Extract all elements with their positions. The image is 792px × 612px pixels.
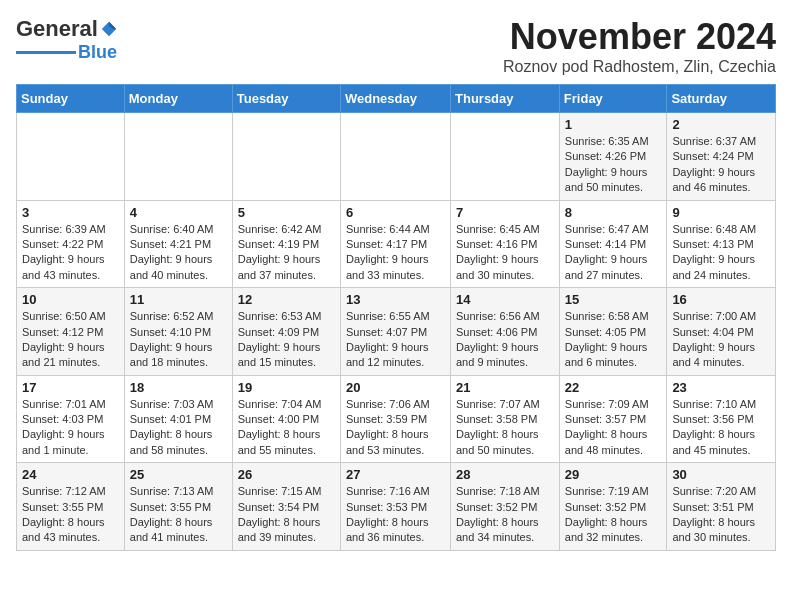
calendar-cell: 2Sunrise: 6:37 AM Sunset: 4:24 PM Daylig…	[667, 113, 776, 201]
day-number: 22	[565, 380, 662, 395]
calendar-week-row: 17Sunrise: 7:01 AM Sunset: 4:03 PM Dayli…	[17, 375, 776, 463]
calendar-cell: 26Sunrise: 7:15 AM Sunset: 3:54 PM Dayli…	[232, 463, 340, 551]
day-of-week-header: Thursday	[451, 85, 560, 113]
day-number: 7	[456, 205, 554, 220]
calendar-cell: 18Sunrise: 7:03 AM Sunset: 4:01 PM Dayli…	[124, 375, 232, 463]
day-number: 11	[130, 292, 227, 307]
calendar-cell: 29Sunrise: 7:19 AM Sunset: 3:52 PM Dayli…	[559, 463, 667, 551]
day-number: 26	[238, 467, 335, 482]
calendar-cell: 23Sunrise: 7:10 AM Sunset: 3:56 PM Dayli…	[667, 375, 776, 463]
calendar-cell: 12Sunrise: 6:53 AM Sunset: 4:09 PM Dayli…	[232, 288, 340, 376]
day-info: Sunrise: 7:16 AM Sunset: 3:53 PM Dayligh…	[346, 484, 445, 546]
day-info: Sunrise: 7:00 AM Sunset: 4:04 PM Dayligh…	[672, 309, 770, 371]
day-number: 5	[238, 205, 335, 220]
calendar-cell: 13Sunrise: 6:55 AM Sunset: 4:07 PM Dayli…	[340, 288, 450, 376]
day-info: Sunrise: 6:39 AM Sunset: 4:22 PM Dayligh…	[22, 222, 119, 284]
day-info: Sunrise: 6:58 AM Sunset: 4:05 PM Dayligh…	[565, 309, 662, 371]
day-number: 23	[672, 380, 770, 395]
day-info: Sunrise: 7:12 AM Sunset: 3:55 PM Dayligh…	[22, 484, 119, 546]
day-info: Sunrise: 6:47 AM Sunset: 4:14 PM Dayligh…	[565, 222, 662, 284]
day-info: Sunrise: 7:04 AM Sunset: 4:00 PM Dayligh…	[238, 397, 335, 459]
day-number: 20	[346, 380, 445, 395]
day-info: Sunrise: 7:18 AM Sunset: 3:52 PM Dayligh…	[456, 484, 554, 546]
calendar-cell: 20Sunrise: 7:06 AM Sunset: 3:59 PM Dayli…	[340, 375, 450, 463]
day-number: 15	[565, 292, 662, 307]
calendar-cell: 11Sunrise: 6:52 AM Sunset: 4:10 PM Dayli…	[124, 288, 232, 376]
calendar-week-row: 3Sunrise: 6:39 AM Sunset: 4:22 PM Daylig…	[17, 200, 776, 288]
calendar-cell: 16Sunrise: 7:00 AM Sunset: 4:04 PM Dayli…	[667, 288, 776, 376]
day-of-week-header: Friday	[559, 85, 667, 113]
day-of-week-header: Saturday	[667, 85, 776, 113]
calendar-cell: 19Sunrise: 7:04 AM Sunset: 4:00 PM Dayli…	[232, 375, 340, 463]
calendar-cell: 28Sunrise: 7:18 AM Sunset: 3:52 PM Dayli…	[451, 463, 560, 551]
day-info: Sunrise: 6:45 AM Sunset: 4:16 PM Dayligh…	[456, 222, 554, 284]
calendar-cell: 15Sunrise: 6:58 AM Sunset: 4:05 PM Dayli…	[559, 288, 667, 376]
day-number: 28	[456, 467, 554, 482]
calendar-cell: 30Sunrise: 7:20 AM Sunset: 3:51 PM Dayli…	[667, 463, 776, 551]
calendar-cell: 24Sunrise: 7:12 AM Sunset: 3:55 PM Dayli…	[17, 463, 125, 551]
calendar-cell	[124, 113, 232, 201]
calendar-cell: 9Sunrise: 6:48 AM Sunset: 4:13 PM Daylig…	[667, 200, 776, 288]
day-info: Sunrise: 7:06 AM Sunset: 3:59 PM Dayligh…	[346, 397, 445, 459]
calendar-cell: 14Sunrise: 6:56 AM Sunset: 4:06 PM Dayli…	[451, 288, 560, 376]
header: General Blue November 2024 Roznov pod Ra…	[16, 16, 776, 76]
calendar-cell: 25Sunrise: 7:13 AM Sunset: 3:55 PM Dayli…	[124, 463, 232, 551]
day-info: Sunrise: 7:19 AM Sunset: 3:52 PM Dayligh…	[565, 484, 662, 546]
day-of-week-header: Tuesday	[232, 85, 340, 113]
calendar-cell: 4Sunrise: 6:40 AM Sunset: 4:21 PM Daylig…	[124, 200, 232, 288]
calendar-cell	[232, 113, 340, 201]
calendar-week-row: 24Sunrise: 7:12 AM Sunset: 3:55 PM Dayli…	[17, 463, 776, 551]
day-number: 2	[672, 117, 770, 132]
calendar-cell: 1Sunrise: 6:35 AM Sunset: 4:26 PM Daylig…	[559, 113, 667, 201]
day-info: Sunrise: 7:03 AM Sunset: 4:01 PM Dayligh…	[130, 397, 227, 459]
calendar-cell: 27Sunrise: 7:16 AM Sunset: 3:53 PM Dayli…	[340, 463, 450, 551]
title-area: November 2024 Roznov pod Radhostem, Zlin…	[503, 16, 776, 76]
calendar-table: SundayMondayTuesdayWednesdayThursdayFrid…	[16, 84, 776, 551]
day-number: 9	[672, 205, 770, 220]
calendar-cell: 6Sunrise: 6:44 AM Sunset: 4:17 PM Daylig…	[340, 200, 450, 288]
day-info: Sunrise: 7:09 AM Sunset: 3:57 PM Dayligh…	[565, 397, 662, 459]
day-number: 8	[565, 205, 662, 220]
day-info: Sunrise: 7:15 AM Sunset: 3:54 PM Dayligh…	[238, 484, 335, 546]
day-number: 27	[346, 467, 445, 482]
day-number: 6	[346, 205, 445, 220]
calendar-cell: 22Sunrise: 7:09 AM Sunset: 3:57 PM Dayli…	[559, 375, 667, 463]
day-number: 1	[565, 117, 662, 132]
day-of-week-header: Sunday	[17, 85, 125, 113]
day-info: Sunrise: 6:37 AM Sunset: 4:24 PM Dayligh…	[672, 134, 770, 196]
day-number: 30	[672, 467, 770, 482]
day-number: 17	[22, 380, 119, 395]
day-info: Sunrise: 7:01 AM Sunset: 4:03 PM Dayligh…	[22, 397, 119, 459]
day-number: 3	[22, 205, 119, 220]
day-info: Sunrise: 6:40 AM Sunset: 4:21 PM Dayligh…	[130, 222, 227, 284]
calendar-cell: 21Sunrise: 7:07 AM Sunset: 3:58 PM Dayli…	[451, 375, 560, 463]
calendar-cell: 17Sunrise: 7:01 AM Sunset: 4:03 PM Dayli…	[17, 375, 125, 463]
day-number: 13	[346, 292, 445, 307]
day-info: Sunrise: 6:42 AM Sunset: 4:19 PM Dayligh…	[238, 222, 335, 284]
day-of-week-header: Monday	[124, 85, 232, 113]
calendar-cell: 7Sunrise: 6:45 AM Sunset: 4:16 PM Daylig…	[451, 200, 560, 288]
day-number: 14	[456, 292, 554, 307]
day-info: Sunrise: 6:53 AM Sunset: 4:09 PM Dayligh…	[238, 309, 335, 371]
day-info: Sunrise: 7:20 AM Sunset: 3:51 PM Dayligh…	[672, 484, 770, 546]
logo-blue-text: Blue	[78, 42, 117, 63]
day-info: Sunrise: 6:44 AM Sunset: 4:17 PM Dayligh…	[346, 222, 445, 284]
day-info: Sunrise: 6:48 AM Sunset: 4:13 PM Dayligh…	[672, 222, 770, 284]
calendar-cell: 10Sunrise: 6:50 AM Sunset: 4:12 PM Dayli…	[17, 288, 125, 376]
day-number: 24	[22, 467, 119, 482]
day-number: 21	[456, 380, 554, 395]
day-of-week-header: Wednesday	[340, 85, 450, 113]
day-number: 10	[22, 292, 119, 307]
day-info: Sunrise: 7:10 AM Sunset: 3:56 PM Dayligh…	[672, 397, 770, 459]
day-number: 12	[238, 292, 335, 307]
logo-icon	[100, 20, 118, 38]
calendar-cell	[340, 113, 450, 201]
day-number: 4	[130, 205, 227, 220]
day-info: Sunrise: 6:50 AM Sunset: 4:12 PM Dayligh…	[22, 309, 119, 371]
logo: General Blue	[16, 16, 118, 63]
calendar-week-row: 1Sunrise: 6:35 AM Sunset: 4:26 PM Daylig…	[17, 113, 776, 201]
calendar-cell: 8Sunrise: 6:47 AM Sunset: 4:14 PM Daylig…	[559, 200, 667, 288]
calendar-cell: 3Sunrise: 6:39 AM Sunset: 4:22 PM Daylig…	[17, 200, 125, 288]
calendar-cell: 5Sunrise: 6:42 AM Sunset: 4:19 PM Daylig…	[232, 200, 340, 288]
calendar-cell	[17, 113, 125, 201]
